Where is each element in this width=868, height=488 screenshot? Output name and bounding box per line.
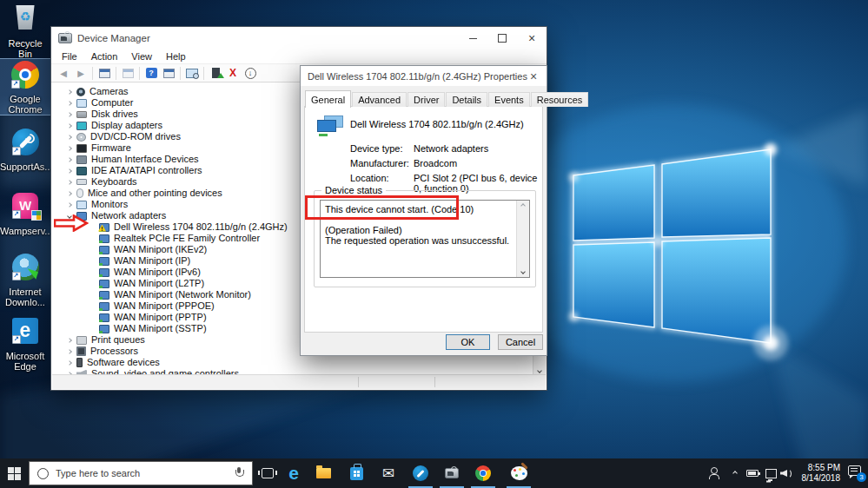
shortcut-arrow-icon [12,147,21,155]
show-hidden-icons-button[interactable] [727,458,743,488]
tab-details[interactable]: Details [446,92,487,107]
shortcut-arrow-icon [12,210,21,219]
chevron-right-icon[interactable] [64,169,75,173]
clock[interactable]: 8:55 PM 8/14/2018 [792,463,840,484]
device-manager-titlebar[interactable]: Device Manager [51,27,547,49]
chevron-right-icon[interactable] [64,135,75,139]
desktop-icon-microsoft-edge[interactable]: Microsoft Edge [0,316,50,372]
dialog-titlebar[interactable]: Dell Wireless 1704 802.11b/g/n (2.4GHz) … [301,66,547,86]
scroll-down-icon[interactable] [517,270,529,274]
mouse-icon [76,188,83,198]
shortcut-arrow-icon [12,272,21,280]
menu-help[interactable]: Help [159,51,193,62]
desktop-icon-google-chrome[interactable]: Google Chrome [0,59,50,115]
tab-advanced[interactable]: Advanced [352,92,407,107]
chevron-right-icon[interactable] [64,158,75,162]
status-bar [52,374,546,389]
chevron-right-icon[interactable] [64,203,75,207]
firmware-icon [76,144,87,153]
cancel-button[interactable]: Cancel [498,334,543,350]
tab-driver[interactable]: Driver [407,92,445,107]
network-button[interactable] [762,458,779,488]
taskbar-paint-button[interactable] [506,458,532,488]
desktop-icon-wampserver[interactable]: Wampserv... [0,191,50,236]
desktop-icon-recycle-bin[interactable]: Recycle Bin [0,3,50,59]
battery-button[interactable] [743,458,762,488]
device-status-label: Device status [321,185,386,195]
taskbar-store-button[interactable] [343,458,369,488]
chevron-right-icon[interactable] [64,350,75,353]
console-window-icon[interactable] [96,65,112,81]
warning-badge-icon [98,225,106,232]
chevron-right-icon[interactable] [64,361,75,365]
chevron-right-icon[interactable] [64,192,75,195]
export-list-icon[interactable] [120,65,136,81]
ok-button[interactable]: OK [446,334,490,350]
update-driver-icon[interactable] [208,65,223,81]
tray-date: 8/14/2018 [792,473,840,484]
task-view-button[interactable] [255,458,280,488]
chevron-right-icon[interactable] [64,339,75,342]
help-icon[interactable] [143,65,159,81]
dvd-drive-icon [76,133,86,142]
edge-icon [12,318,38,344]
device-manager-icon [445,468,459,478]
tree-item-sound[interactable]: Sound, video and game controllers [52,368,533,374]
network-adapter-icon [99,313,109,322]
taskbar: 8:55 PM 8/14/2018 3 [0,458,868,488]
disable-device-icon[interactable] [242,65,258,81]
desktop-icon-supportassist[interactable]: SupportAs... [0,127,50,172]
shortcut-arrow-icon [11,80,20,89]
back-icon[interactable] [56,65,71,81]
taskbar-file-explorer-button[interactable] [310,458,336,488]
action-center-button[interactable]: 3 [848,465,863,478]
taskbar-chrome-button[interactable] [470,458,496,488]
microphone-icon[interactable] [234,467,244,479]
tab-resources[interactable]: Resources [531,92,589,107]
uninstall-device-icon[interactable] [225,65,241,81]
maximize-button[interactable] [487,27,517,49]
network-adapter-icon [99,325,109,333]
start-button[interactable] [0,458,28,488]
cortana-icon [37,468,49,479]
chevron-right-icon[interactable] [64,113,75,116]
people-button[interactable] [705,458,724,488]
minimize-button[interactable] [458,27,487,49]
scroll-down-icon[interactable] [533,369,546,373]
chevron-right-icon[interactable] [64,147,75,150]
desktop-icon-label: Recycle Bin [0,38,50,59]
chevron-right-icon[interactable] [64,102,75,105]
desktop: Recycle Bin Google Chrome SupportAs... W… [0,0,868,488]
field-device-type: Device type: Network adapters [350,143,488,154]
taskbar-device-manager-button[interactable] [439,458,465,488]
tab-strip: General Advanced Driver Details Events R… [305,90,589,107]
properties-icon[interactable] [161,65,176,81]
shortcut-arrow-icon [12,335,21,344]
desktop-icon-internet-download-manager[interactable]: Internet Downlo... [0,252,50,307]
tab-general[interactable]: General [305,90,351,108]
tree-item-software-devices[interactable]: Software devices [52,357,533,368]
dialog-close-button[interactable] [526,69,541,83]
scan-hardware-changes-icon[interactable] [184,65,200,81]
supportassist-icon [12,129,39,155]
menu-action[interactable]: Action [84,51,125,62]
taskbar-search[interactable] [29,461,253,485]
scroll-up-icon[interactable] [517,204,529,208]
display-adapter-icon [76,122,87,130]
taskbar-mail-button[interactable] [375,458,401,488]
chevron-right-icon[interactable] [64,90,75,94]
forward-icon[interactable] [73,65,89,81]
menu-file[interactable]: File [55,51,84,62]
chevron-right-icon[interactable] [64,181,75,184]
taskbar-supportassist-button[interactable] [407,458,434,488]
chevron-right-icon[interactable] [64,124,75,128]
menu-view[interactable]: View [124,51,159,62]
network-adapter-large-icon [315,115,347,138]
close-button[interactable] [517,27,547,49]
search-input[interactable] [56,468,234,478]
taskbar-edge-button[interactable] [281,458,307,488]
network-adapter-icon [99,302,109,311]
paint-icon [511,466,527,480]
tab-events[interactable]: Events [488,92,530,107]
status-scrollbar[interactable] [516,201,529,277]
